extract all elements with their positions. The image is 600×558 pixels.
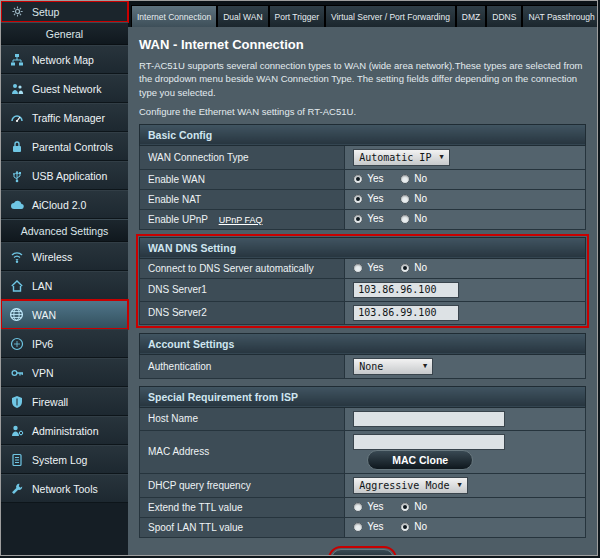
main-area: Internet Connection Dual WAN Port Trigge… (128, 1, 597, 555)
vpn-icon (8, 365, 25, 380)
usb-application-icon (8, 168, 25, 183)
row-label: Extend the TTL value (140, 497, 345, 517)
sidebar-item-wan[interactable]: WAN (1, 300, 128, 329)
chevron-down-icon: ▼ (423, 362, 427, 370)
aicloud-icon (8, 197, 25, 212)
spoof-ttl-no-radio[interactable]: No (400, 521, 427, 532)
host-name-input[interactable] (353, 411, 505, 427)
select-value: None (359, 361, 383, 372)
dns-auto-yes-radio[interactable]: Yes (353, 262, 383, 273)
enable-nat-yes-radio[interactable]: Yes (353, 193, 383, 204)
table-row: Connect to DNS Server automatically Yes … (140, 258, 586, 278)
dhcp-query-frequency-select[interactable]: Aggressive Mode ▼ (353, 477, 468, 494)
tab-ddns[interactable]: DDNS (486, 5, 522, 27)
page-note: Configure the Ethernet WAN settings of R… (139, 106, 586, 117)
section-title-basic-config: Basic Config (140, 124, 586, 145)
sidebar-item-label: LAN (32, 280, 52, 292)
sidebar-item-aicloud[interactable]: AiCloud 2.0 (1, 190, 128, 219)
tab-bar: Internet Connection Dual WAN Port Trigge… (128, 1, 597, 27)
enable-upnp-yes-radio[interactable]: Yes (353, 213, 383, 224)
mac-clone-button[interactable]: MAC Clone (367, 450, 473, 470)
spoof-ttl-yes-radio[interactable]: Yes (353, 521, 383, 532)
enable-upnp-no-radio[interactable]: No (400, 213, 427, 224)
sidebar-item-label: VPN (32, 367, 54, 379)
authentication-select[interactable]: None ▼ (353, 358, 433, 375)
sidebar-item-label: System Log (32, 454, 87, 466)
system-log-icon (8, 452, 25, 467)
enable-wan-no-radio[interactable]: No (400, 173, 427, 184)
row-label: Enable UPnP UPnP FAQ (140, 209, 345, 229)
sidebar-item-wireless[interactable]: Wireless (1, 242, 128, 271)
isp-section: Special Requirement from ISP Host Name M… (139, 386, 586, 538)
table-row: Enable NAT Yes No (140, 189, 586, 209)
row-label: Connect to DNS Server automatically (140, 258, 345, 278)
tab-nat-passthrough[interactable]: NAT Passthrough (522, 5, 597, 27)
sidebar-item-label: Network Map (32, 54, 94, 66)
dns-auto-no-radio[interactable]: No (400, 262, 427, 273)
table-row: DNS Server2 (140, 301, 586, 324)
section-title-wan-dns: WAN DNS Setting (140, 237, 586, 258)
chevron-down-icon: ▼ (439, 153, 443, 161)
sidebar-filler (1, 503, 128, 555)
select-value: Automatic IP (359, 152, 431, 163)
sidebar-item-label: USB Application (32, 170, 107, 182)
sidebar-item-label: AiCloud 2.0 (32, 199, 86, 211)
lan-icon (8, 278, 25, 293)
sidebar-item-label: Wireless (32, 251, 72, 263)
table-row: DNS Server1 (140, 278, 586, 301)
sidebar-item-ipv6[interactable]: IPv6 (1, 329, 128, 358)
network-tools-icon (8, 481, 25, 496)
wan-connection-type-select[interactable]: Automatic IP ▼ (353, 149, 449, 166)
tab-dmz[interactable]: DMZ (456, 5, 486, 27)
router-admin-window: Setup General Network Map Guest Network … (0, 0, 598, 556)
row-label: WAN Connection Type (140, 145, 345, 169)
sidebar-section-general: General (1, 22, 128, 45)
apply-button[interactable]: Apply (331, 549, 394, 555)
tab-internet-connection[interactable]: Internet Connection (131, 5, 217, 27)
sidebar-item-label: Network Tools (32, 483, 98, 495)
sidebar-item-vpn[interactable]: VPN (1, 358, 128, 387)
gear-icon (9, 4, 26, 19)
row-label: Enable WAN (140, 169, 345, 189)
account-settings-section: Account Settings Authentication None ▼ (139, 333, 586, 379)
sidebar-item-network-map[interactable]: Network Map (1, 45, 128, 74)
table-row: Enable UPnP UPnP FAQ Yes No (140, 209, 586, 229)
extend-ttl-no-radio[interactable]: No (400, 501, 427, 512)
page-description: RT-AC51U supports several connection typ… (139, 59, 586, 99)
row-label: DNS Server1 (140, 278, 345, 301)
dns-server1-input[interactable] (353, 282, 459, 298)
sidebar-item-setup[interactable]: Setup (1, 1, 128, 22)
row-label: Host Name (140, 407, 345, 430)
sidebar-item-usb-application[interactable]: USB Application (1, 161, 128, 190)
table-row: Enable WAN Yes No (140, 169, 586, 189)
extend-ttl-yes-radio[interactable]: Yes (353, 501, 383, 512)
dns-server2-input[interactable] (353, 305, 459, 321)
sidebar-item-network-tools[interactable]: Network Tools (1, 474, 128, 503)
table-row: Extend the TTL value Yes No (140, 497, 586, 517)
mac-address-input[interactable] (353, 434, 505, 450)
tab-virtual-server[interactable]: Virtual Server / Port Forwarding (325, 5, 456, 27)
row-label: Enable NAT (140, 189, 345, 209)
row-label: Authentication (140, 354, 345, 378)
sidebar-item-label: WAN (32, 309, 56, 321)
ipv6-icon (8, 336, 25, 351)
sidebar-item-lan[interactable]: LAN (1, 271, 128, 300)
sidebar-item-guest-network[interactable]: Guest Network (1, 74, 128, 103)
row-label: DHCP query frequency (140, 473, 345, 497)
tab-dual-wan[interactable]: Dual WAN (217, 5, 268, 27)
sidebar-item-traffic-manager[interactable]: Traffic Manager (1, 103, 128, 132)
sidebar-item-administration[interactable]: Administration (1, 416, 128, 445)
guest-network-icon (8, 81, 25, 96)
wan-globe-icon (8, 307, 25, 322)
sidebar-item-system-log[interactable]: System Log (1, 445, 128, 474)
enable-wan-yes-radio[interactable]: Yes (353, 173, 383, 184)
sidebar-item-firewall[interactable]: Firewall (1, 387, 128, 416)
sidebar-item-parental-controls[interactable]: Parental Controls (1, 132, 128, 161)
row-label: MAC Address (140, 430, 345, 473)
table-row: MAC Address MAC Clone (140, 430, 586, 473)
enable-nat-no-radio[interactable]: No (400, 193, 427, 204)
row-label: DNS Server2 (140, 301, 345, 324)
apply-area: Apply (139, 545, 586, 555)
upnp-faq-link[interactable]: UPnP FAQ (219, 215, 263, 225)
tab-port-trigger[interactable]: Port Trigger (269, 5, 325, 27)
